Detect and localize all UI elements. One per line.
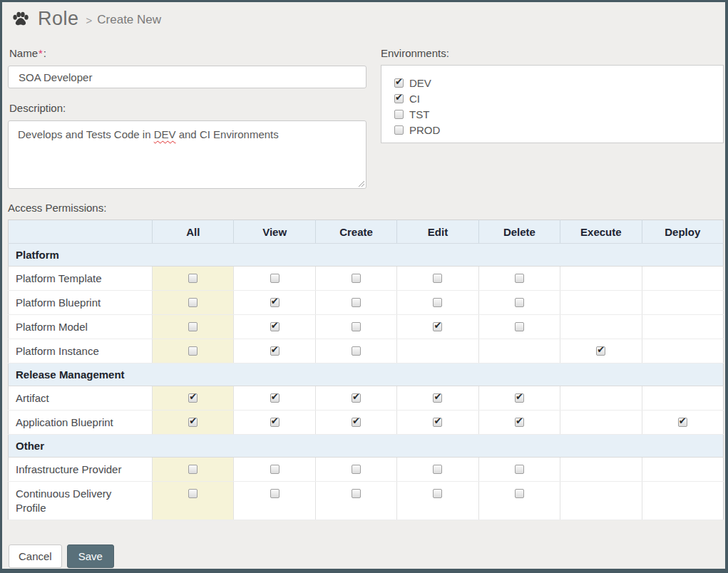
permission-row-label: Infrastructure Provider bbox=[9, 458, 153, 482]
permission-row: Platform Model bbox=[9, 315, 724, 339]
all-checkbox[interactable] bbox=[188, 393, 198, 403]
cancel-button[interactable]: Cancel bbox=[9, 544, 62, 568]
create-checkbox[interactable] bbox=[352, 418, 361, 427]
resize-handle-icon[interactable] bbox=[357, 180, 364, 187]
all-checkbox[interactable] bbox=[188, 298, 198, 307]
create-checkbox[interactable] bbox=[352, 298, 361, 307]
all-checkbox[interactable] bbox=[188, 465, 198, 474]
permission-cell-delete bbox=[478, 458, 560, 482]
permission-cell-view bbox=[234, 291, 315, 315]
delete-checkbox[interactable] bbox=[515, 274, 524, 283]
permission-cell-all bbox=[153, 458, 234, 482]
environments-label: Environments: bbox=[381, 47, 449, 59]
view-checkbox[interactable] bbox=[270, 322, 280, 331]
create-checkbox[interactable] bbox=[352, 322, 361, 331]
description-textarea[interactable]: Develops and Tests Code in DEV and CI En… bbox=[8, 120, 366, 189]
permission-cell-edit bbox=[397, 386, 478, 411]
permission-cell-execute bbox=[560, 458, 642, 482]
permission-cell-deploy bbox=[642, 411, 723, 435]
delete-checkbox[interactable] bbox=[515, 418, 524, 427]
permission-cell-delete bbox=[478, 386, 560, 411]
environment-option: PROD bbox=[394, 122, 723, 138]
permission-cell-create bbox=[315, 339, 396, 363]
delete-checkbox[interactable] bbox=[515, 322, 524, 331]
description-label: Description: bbox=[9, 102, 66, 114]
description-text-after: and CI Environments bbox=[176, 128, 279, 140]
environment-option-label: PROD bbox=[409, 124, 440, 136]
permission-cell-execute bbox=[560, 291, 642, 315]
column-header-delete: Delete bbox=[478, 220, 560, 244]
delete-checkbox[interactable] bbox=[515, 298, 524, 307]
description-text-before: Develops and Tests Code in bbox=[18, 128, 154, 140]
paw-icon bbox=[11, 10, 30, 29]
env-checkbox-ci[interactable] bbox=[394, 94, 404, 103]
access-permissions-label: Access Permissions: bbox=[8, 202, 106, 214]
edit-checkbox[interactable] bbox=[433, 465, 442, 474]
permission-cell-deploy bbox=[642, 482, 723, 520]
permission-row: Application Blueprint bbox=[9, 411, 724, 435]
env-checkbox-tst[interactable] bbox=[394, 110, 404, 119]
all-checkbox[interactable] bbox=[188, 346, 198, 356]
view-checkbox[interactable] bbox=[270, 393, 280, 403]
environment-option: CI bbox=[394, 91, 723, 106]
permission-cell-edit bbox=[397, 339, 478, 363]
execute-checkbox[interactable] bbox=[596, 346, 605, 356]
create-checkbox[interactable] bbox=[352, 393, 361, 403]
permission-row: Artifact bbox=[9, 386, 724, 411]
permissions-corner-cell bbox=[9, 220, 153, 244]
group-row: Platform bbox=[9, 244, 724, 267]
permission-cell-delete bbox=[478, 411, 560, 435]
column-header-deploy: Deploy bbox=[642, 220, 723, 244]
name-input[interactable] bbox=[8, 66, 366, 88]
permission-cell-edit bbox=[397, 482, 478, 520]
delete-checkbox[interactable] bbox=[515, 489, 524, 498]
create-checkbox[interactable] bbox=[352, 346, 361, 356]
permission-cell-edit bbox=[397, 458, 478, 482]
permission-cell-create bbox=[315, 291, 396, 315]
permission-cell-deploy bbox=[642, 339, 723, 363]
permission-cell-all bbox=[153, 411, 234, 435]
name-label-colon: : bbox=[43, 47, 46, 59]
view-checkbox[interactable] bbox=[270, 274, 280, 283]
environment-option: DEV bbox=[394, 75, 723, 91]
edit-checkbox[interactable] bbox=[433, 274, 442, 283]
permission-cell-edit bbox=[397, 291, 478, 315]
create-checkbox[interactable] bbox=[352, 465, 361, 474]
create-checkbox[interactable] bbox=[352, 274, 361, 283]
permission-cell-create bbox=[315, 482, 396, 520]
permission-cell-all bbox=[153, 482, 234, 520]
view-checkbox[interactable] bbox=[270, 298, 280, 307]
delete-checkbox[interactable] bbox=[515, 393, 524, 403]
edit-checkbox[interactable] bbox=[433, 489, 442, 498]
name-label: Name*: bbox=[9, 47, 46, 59]
environment-option-label: CI bbox=[409, 93, 420, 105]
view-checkbox[interactable] bbox=[270, 465, 280, 474]
create-checkbox[interactable] bbox=[352, 489, 361, 498]
permission-row: Continuous Delivery Profile bbox=[9, 482, 724, 520]
view-checkbox[interactable] bbox=[270, 489, 280, 498]
view-checkbox[interactable] bbox=[270, 346, 280, 356]
permission-cell-view bbox=[234, 411, 315, 435]
env-checkbox-prod[interactable] bbox=[394, 125, 404, 135]
all-checkbox[interactable] bbox=[188, 418, 198, 427]
edit-checkbox[interactable] bbox=[433, 418, 442, 427]
name-label-text: Name bbox=[9, 47, 38, 59]
edit-checkbox[interactable] bbox=[433, 322, 442, 331]
view-checkbox[interactable] bbox=[270, 418, 280, 427]
breadcrumb-create-new: Create New bbox=[97, 13, 161, 27]
all-checkbox[interactable] bbox=[188, 322, 198, 331]
edit-checkbox[interactable] bbox=[433, 298, 442, 307]
role-create-page: Role > Create New Name*: Environments: D… bbox=[0, 0, 728, 573]
permission-cell-delete bbox=[478, 267, 560, 291]
deploy-checkbox[interactable] bbox=[678, 418, 687, 427]
breadcrumb-role[interactable]: Role bbox=[38, 8, 79, 30]
permission-cell-create bbox=[315, 315, 396, 339]
all-checkbox[interactable] bbox=[188, 489, 198, 498]
edit-checkbox[interactable] bbox=[433, 393, 442, 403]
save-button[interactable]: Save bbox=[67, 544, 114, 568]
env-checkbox-dev[interactable] bbox=[394, 78, 404, 88]
delete-checkbox[interactable] bbox=[515, 465, 524, 474]
all-checkbox[interactable] bbox=[188, 274, 198, 283]
group-row: Other bbox=[9, 435, 724, 458]
permission-cell-all bbox=[153, 267, 234, 291]
